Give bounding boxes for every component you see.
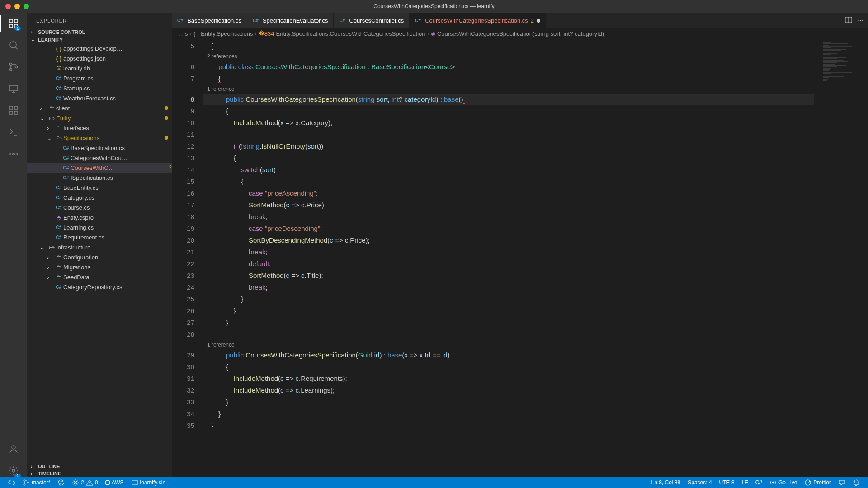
account-activity-icon[interactable] xyxy=(7,443,20,455)
aws-status[interactable]: AWS xyxy=(102,477,127,488)
breadcrumbs[interactable]: …s›{ }Entity.Specifications›�834Entity.S… xyxy=(172,28,868,38)
code-line[interactable]: if (!string.IsNullOrEmpty(sort)) xyxy=(203,141,814,152)
tree-item[interactable]: { }appsettings.Develop… xyxy=(27,43,172,53)
solution-status[interactable]: learnify.sln xyxy=(127,477,169,488)
tree-item[interactable]: C#Learning.cs xyxy=(27,222,172,232)
code-line[interactable]: break; xyxy=(203,282,814,293)
code-line[interactable]: case "priceDescending": xyxy=(203,223,814,235)
code-line[interactable]: { xyxy=(203,152,814,164)
tree-item[interactable]: C#Requirement.cs xyxy=(27,232,172,242)
tree-item[interactable]: C#Course.cs xyxy=(27,202,172,212)
workspace-section[interactable]: ⌄ LEARNIFY xyxy=(27,36,172,43)
tree-item[interactable]: C#Startup.cs xyxy=(27,83,172,93)
cursor-position-status[interactable]: Ln 8, Col 88 xyxy=(648,477,684,488)
code-line[interactable]: public class CoursesWithCategoriesSpecif… xyxy=(203,61,814,73)
tree-item[interactable]: ›🗀SeedData xyxy=(27,272,172,282)
timeline-section[interactable]: › TIMELINE xyxy=(27,470,172,477)
code-line[interactable]: IncludeMethod(x => x.Category); xyxy=(203,117,814,129)
code-line[interactable]: } xyxy=(203,317,814,328)
code-line[interactable]: } xyxy=(203,293,814,305)
tree-item[interactable]: C#BaseEntity.cs xyxy=(27,183,172,192)
prettier-status[interactable]: Prettier xyxy=(801,477,835,488)
code-line[interactable]: { xyxy=(203,176,814,188)
problems-status[interactable]: 2 0 xyxy=(68,477,101,488)
search-activity-icon[interactable] xyxy=(7,39,20,52)
split-editor-icon[interactable] xyxy=(845,16,852,25)
code-line[interactable]: IncludeMethod(c => c.Requirements); xyxy=(203,373,814,385)
editor-tab[interactable]: C#CoursesWithCategoriesSpecification.cs2 xyxy=(410,13,546,28)
tree-item[interactable]: C#CategoriesWithCou… xyxy=(27,153,172,163)
git-sync-status[interactable] xyxy=(54,477,68,488)
code-line[interactable]: SortMethod(c => c.Price); xyxy=(203,199,814,211)
extensions-activity-icon[interactable] xyxy=(7,104,20,117)
code-editor[interactable]: 5678910111213141516171819202122232425262… xyxy=(172,38,868,477)
aws-activity-icon[interactable]: aws xyxy=(7,147,20,160)
code-line[interactable]: { xyxy=(203,40,814,52)
code-line[interactable] xyxy=(203,129,814,141)
tree-item[interactable]: ⌄🗁Specifications xyxy=(27,133,172,143)
breadcrumb-item[interactable]: …s xyxy=(179,30,188,37)
editor-tab[interactable]: C#SpecificationEvaluator.cs xyxy=(247,13,334,28)
feedback-status[interactable] xyxy=(835,477,849,488)
minimap[interactable] xyxy=(814,38,868,477)
code-line[interactable]: } xyxy=(203,305,814,317)
tree-item[interactable]: C#WeatherForecast.cs xyxy=(27,93,172,103)
outline-section[interactable]: › OUTLINE xyxy=(27,463,172,470)
tree-item[interactable]: ⛁learnify.db xyxy=(27,63,172,73)
source-control-section[interactable]: › SOURCE CONTROL xyxy=(27,28,172,36)
codelens[interactable]: 1 reference xyxy=(203,340,814,349)
remote-activity-icon[interactable] xyxy=(7,82,20,95)
git-branch-status[interactable]: master* xyxy=(19,477,54,488)
tree-item[interactable]: C#CoursesWithC…2 xyxy=(27,163,172,173)
source-control-activity-icon[interactable] xyxy=(7,61,20,73)
code-line[interactable]: switch(sort) xyxy=(203,164,814,176)
tree-item[interactable]: ›🗀Configuration xyxy=(27,252,172,262)
code-line[interactable]: } xyxy=(203,408,814,420)
code-line[interactable]: public CoursesWithCategoriesSpecificatio… xyxy=(203,349,814,361)
code-line[interactable]: public CoursesWithCategoriesSpecificatio… xyxy=(203,94,814,105)
code-line[interactable]: } xyxy=(203,396,814,408)
tree-item[interactable]: C#ISpecification.cs xyxy=(27,173,172,183)
code-line[interactable]: IncludeMethod(c => c.Learnings); xyxy=(203,385,814,396)
tree-item[interactable]: ›🗀Interfaces xyxy=(27,123,172,133)
settings-activity-icon[interactable]: 1 xyxy=(7,465,20,477)
code-line[interactable]: } xyxy=(203,420,814,432)
codelens[interactable]: 2 references xyxy=(203,52,814,61)
code-line[interactable]: break; xyxy=(203,246,814,258)
maximize-window-button[interactable] xyxy=(24,4,29,9)
code-line[interactable]: { xyxy=(203,73,814,84)
more-actions-icon[interactable]: ⋯ xyxy=(858,17,863,24)
tree-item[interactable]: C#Program.cs xyxy=(27,73,172,83)
tree-item[interactable]: C#CategoryRepository.cs xyxy=(27,282,172,292)
editor-tab[interactable]: C#CoursesController.cs xyxy=(334,13,410,28)
encoding-status[interactable]: UTF-8 xyxy=(716,477,738,488)
tree-item[interactable]: { }appsettings.json xyxy=(27,53,172,63)
code-line[interactable]: SortMethod(c => c.Title); xyxy=(203,270,814,282)
close-window-button[interactable] xyxy=(5,4,11,9)
code-line[interactable]: break; xyxy=(203,211,814,223)
tree-item[interactable]: ⬘Entity.csproj xyxy=(27,212,172,222)
tree-item[interactable]: C#BaseSpecification.cs xyxy=(27,143,172,153)
explorer-more-icon[interactable]: ⋯ xyxy=(158,18,163,23)
minimize-window-button[interactable] xyxy=(14,4,20,9)
code-line[interactable]: case "priceAscending": xyxy=(203,188,814,199)
code-line[interactable]: { xyxy=(203,105,814,117)
breadcrumb-item[interactable]: ◈CoursesWithCategoriesSpecification(stri… xyxy=(431,30,604,37)
language-status[interactable]: C# xyxy=(752,477,766,488)
tree-item[interactable]: ⌄🗁Entity xyxy=(27,113,172,123)
code-line[interactable] xyxy=(203,328,814,340)
indentation-status[interactable]: Spaces: 4 xyxy=(684,477,715,488)
breadcrumb-item[interactable]: { }Entity.Specifications xyxy=(193,30,253,37)
powershell-activity-icon[interactable] xyxy=(7,126,20,138)
golive-status[interactable]: Go Live xyxy=(766,477,801,488)
code-line[interactable]: { xyxy=(203,361,814,373)
explorer-activity-icon[interactable]: 1 xyxy=(7,17,20,30)
remote-status[interactable] xyxy=(5,477,19,488)
notifications-status[interactable] xyxy=(849,477,863,488)
breadcrumb-item[interactable]: �834Entity.Specifications.CoursesWithCat… xyxy=(259,30,425,37)
codelens[interactable]: 1 reference xyxy=(203,84,814,94)
tree-item[interactable]: C#Category.cs xyxy=(27,192,172,202)
tree-item[interactable]: ⌄🗁Infrastructure xyxy=(27,242,172,252)
editor-tab[interactable]: C#BaseSpecification.cs xyxy=(172,13,247,28)
code-line[interactable]: default: xyxy=(203,258,814,270)
